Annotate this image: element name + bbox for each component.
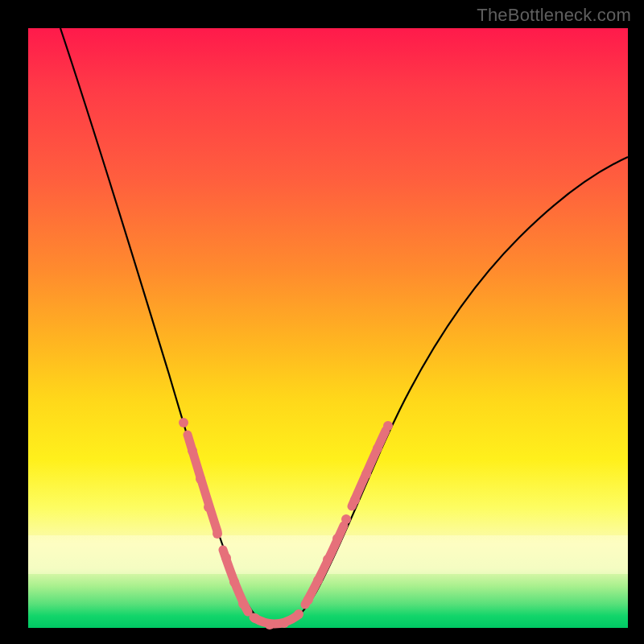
bead-dot	[188, 446, 197, 456]
bottleneck-curve	[60, 28, 628, 626]
bead-dot	[323, 555, 332, 564]
bead-dot	[179, 418, 188, 427]
bead-dot	[303, 595, 313, 605]
bead-dot	[238, 599, 248, 609]
bead-dot	[265, 620, 275, 630]
bead-dot	[196, 474, 205, 484]
bead-dot	[383, 421, 393, 431]
bead-dot	[250, 613, 260, 623]
bead-dot	[229, 577, 239, 587]
watermark-text: TheBottleneck.com	[477, 5, 631, 26]
bead-dot	[279, 618, 289, 628]
bead-segment-bottom	[254, 616, 297, 624]
bead-dot	[213, 529, 222, 539]
bead-dot	[294, 609, 303, 619]
bead-dot	[332, 534, 342, 543]
bead-dot	[361, 469, 371, 479]
bead-dot	[204, 502, 213, 512]
bead-dot	[373, 444, 382, 453]
curve-layer	[28, 28, 628, 628]
bead-dot	[341, 514, 351, 524]
bead-dot	[350, 495, 360, 505]
bead-segment-right-2	[352, 431, 386, 506]
bead-dot	[313, 576, 323, 585]
chart-frame: TheBottleneck.com	[0, 0, 644, 644]
bead-dot	[221, 553, 231, 563]
